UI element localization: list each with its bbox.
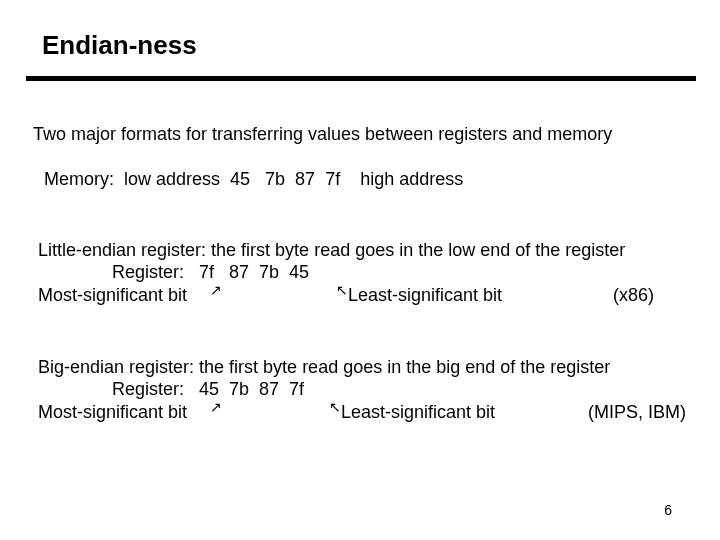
big-endian-heading: Big-endian register: the first byte read… [38, 357, 610, 378]
big-endian-lsb-label: Least-significant bit [341, 402, 495, 423]
slide: Endian-ness Two major formats for transf… [0, 0, 720, 540]
little-endian-arch: (x86) [613, 285, 654, 306]
big-endian-register-row: Register: 45 7b 87 7f [112, 379, 304, 400]
arrow-up-right-icon: ↗ [210, 400, 222, 414]
little-endian-register-row: Register: 7f 87 7b 45 [112, 262, 309, 283]
big-endian-arch: (MIPS, IBM) [588, 402, 686, 423]
arrow-up-right-icon: ↗ [210, 283, 222, 297]
little-endian-heading: Little-endian register: the first byte r… [38, 240, 625, 261]
intro-text: Two major formats for transferring value… [33, 124, 612, 145]
title-underline [26, 76, 696, 81]
memory-row: Memory: low address 45 7b 87 7f high add… [44, 169, 463, 190]
little-endian-msb-label: Most-significant bit [38, 285, 187, 306]
arrow-up-left-icon: ↖ [329, 400, 341, 414]
big-endian-msb-label: Most-significant bit [38, 402, 187, 423]
page-number: 6 [664, 502, 672, 518]
arrow-up-left-icon: ↖ [336, 283, 348, 297]
little-endian-lsb-label: Least-significant bit [348, 285, 502, 306]
slide-title: Endian-ness [42, 30, 197, 61]
